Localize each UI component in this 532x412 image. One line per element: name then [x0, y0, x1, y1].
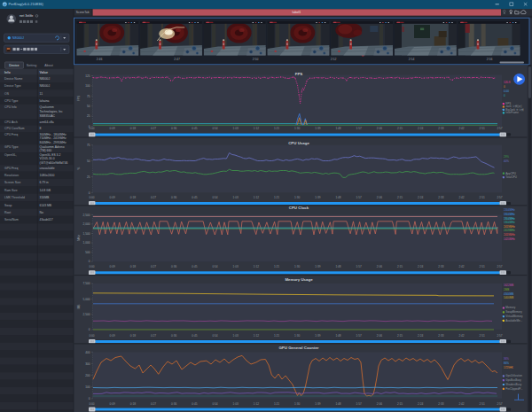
svg-text:0:45: 0:45: [192, 334, 197, 338]
svg-text:SerialNum: SerialNum: [4, 218, 19, 222]
svg-text:2:15: 2:15: [397, 334, 403, 338]
svg-text:FPS: FPS: [295, 72, 303, 76]
svg-text:1804MHz: 1804MHz: [504, 217, 515, 221]
svg-text:2:51: 2:51: [480, 402, 485, 406]
svg-text:2:24: 2:24: [418, 196, 423, 199]
svg-text:1:12: 1:12: [254, 127, 259, 130]
svg-text:arm64-v8a: arm64-v8a: [40, 120, 54, 124]
svg-text:0.00: 0.00: [504, 89, 509, 93]
svg-text:Value: Value: [40, 71, 48, 74]
svg-text:Resolution: Resolution: [4, 174, 19, 177]
svg-text:2:33: 2:33: [438, 334, 443, 338]
svg-text:0:09: 0:09: [110, 265, 115, 268]
svg-text:1304MHz: 1304MHz: [504, 208, 515, 212]
svg-text:1729HK: 1729HK: [504, 366, 513, 369]
svg-text:AvailableMe...: AvailableMe...: [505, 319, 522, 323]
svg-text:710MHz - 2419MHz: 710MHz - 2419MHz: [40, 136, 66, 140]
svg-text:14.8 GB: 14.8 GB: [40, 189, 51, 192]
svg-text:500: 500: [85, 251, 90, 254]
svg-text:100: 100: [85, 385, 90, 389]
svg-text:1804MHz: 1804MHz: [504, 221, 515, 224]
svg-text:0:27: 0:27: [151, 196, 156, 199]
svg-text:1:30: 1:30: [294, 127, 300, 130]
svg-text:Setting: Setting: [27, 64, 36, 67]
svg-text:2419MHz: 2419MHz: [504, 225, 515, 229]
svg-text:100: 100: [85, 84, 90, 88]
svg-text:1:03: 1:03: [233, 402, 239, 406]
svg-text:50: 50: [87, 159, 90, 163]
svg-text:MHz: MHz: [77, 235, 81, 241]
svg-text:0:27: 0:27: [151, 334, 156, 338]
svg-text:Memory: Memory: [505, 306, 515, 309]
svg-text:1:21: 1:21: [274, 402, 279, 406]
svg-text:CPU Freq: CPU Freq: [4, 133, 18, 136]
svg-text:2,500: 2,500: [83, 313, 90, 316]
svg-text:300: 300: [85, 362, 90, 366]
svg-text:6.79 in: 6.79 in: [40, 181, 49, 184]
svg-text:2:42: 2:42: [458, 334, 464, 338]
svg-text:SceneTab: SceneTab: [76, 11, 90, 14]
svg-text:316MB: 316MB: [40, 196, 50, 199]
svg-text:SwapMemory: SwapMemory: [505, 310, 522, 314]
svg-text:0:36: 0:36: [171, 402, 176, 406]
svg-text:844MHz - 2995MHz: 844MHz - 2995MHz: [40, 141, 66, 144]
svg-text:0:09: 0:09: [110, 196, 115, 199]
svg-text:0:45: 0:45: [192, 196, 197, 199]
svg-text:0:00: 0:00: [89, 196, 94, 199]
svg-text:OS: OS: [4, 92, 10, 96]
svg-text:0:45: 0:45: [192, 265, 197, 268]
svg-text:1,000: 1,000: [83, 241, 90, 245]
svg-text:0:09: 0:09: [110, 334, 115, 338]
svg-text:CPU Usage: CPU Usage: [288, 141, 309, 145]
svg-text:1420MHz: 1420MHz: [504, 237, 515, 241]
svg-text:1:48: 1:48: [335, 127, 340, 130]
svg-text:CPU Arch: CPU Arch: [4, 120, 18, 124]
svg-text:2:51: 2:51: [480, 265, 485, 268]
svg-text:1:39: 1:39: [315, 334, 320, 338]
svg-text:1622MB: 1622MB: [504, 284, 513, 287]
svg-text:PerfDog(v6.0.210836): PerfDog(v6.0.210836): [9, 2, 44, 6]
svg-text:TotalCPU: TotalCPU: [505, 175, 517, 179]
svg-text:1:03: 1:03: [233, 127, 239, 130]
svg-text:1:30: 1:30: [294, 196, 300, 199]
svg-text:%: %: [77, 167, 81, 169]
svg-text:5400MB: 5400MB: [504, 296, 513, 299]
svg-text:5,000: 5,000: [83, 298, 90, 301]
svg-text:Info: Info: [4, 71, 11, 74]
svg-text:0:18: 0:18: [130, 196, 136, 199]
svg-text:GPU General Counter: GPU General Counter: [278, 346, 318, 350]
svg-text:1080x2400: 1080x2400: [40, 174, 55, 177]
svg-text:2:57: 2:57: [497, 265, 502, 268]
svg-text:0:09: 0:09: [110, 402, 115, 406]
svg-text:N8000J: N8000J: [40, 77, 51, 81]
svg-text:CPU Type: CPU Type: [4, 99, 19, 103]
svg-text:0:36: 0:36: [171, 127, 176, 130]
svg-text:25: 25: [87, 114, 90, 118]
svg-text:0:54: 0:54: [212, 127, 217, 130]
svg-text:1:57: 1:57: [356, 265, 362, 268]
svg-text:0:00: 0:00: [89, 127, 94, 130]
svg-text:6143 MB: 6143 MB: [40, 204, 52, 207]
svg-text:25: 25: [87, 175, 90, 179]
svg-text:0:00: 0:00: [89, 265, 94, 268]
svg-text:0:09: 0:09: [110, 127, 115, 130]
svg-text:0:18: 0:18: [130, 265, 136, 268]
svg-text:0:36: 0:36: [171, 265, 176, 268]
svg-text:40%: 40%: [504, 159, 509, 163]
svg-text:N8000J: N8000J: [40, 84, 51, 88]
svg-text:11: 11: [40, 92, 43, 96]
svg-text:0: 0: [89, 328, 90, 331]
svg-text:2,000: 2,000: [83, 222, 90, 226]
svg-text:Qualcomm Adreno: Qualcomm Adreno: [40, 145, 65, 149]
svg-text:2:15: 2:15: [397, 127, 403, 130]
svg-text:7,500: 7,500: [83, 282, 90, 285]
svg-text:43aab017: 43aab017: [40, 218, 53, 222]
svg-text:About: About: [44, 64, 53, 67]
svg-text:CPU Info: CPU Info: [4, 105, 17, 109]
svg-text:0:54: 0:54: [212, 196, 217, 199]
svg-text:AppCPU: AppCPU: [505, 172, 516, 175]
svg-text:Device Type: Device Type: [4, 84, 21, 88]
svg-text:net 3elife: net 3elife: [20, 14, 33, 18]
svg-text:1:39: 1:39: [315, 196, 320, 199]
svg-text:2,500: 2,500: [83, 214, 90, 217]
